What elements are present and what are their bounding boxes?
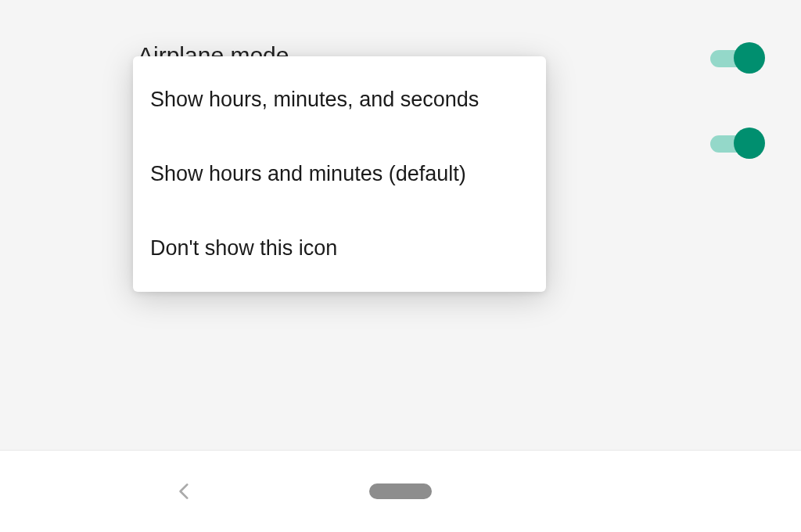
toggle-thumb: [734, 42, 765, 74]
airplane-mode-switch-wrap: [710, 0, 763, 74]
option-hours-minutes-default[interactable]: Show hours and minutes (default): [133, 138, 546, 210]
airplane-mode-toggle[interactable]: [710, 42, 763, 74]
back-button[interactable]: [171, 477, 199, 505]
option-hours-minutes-seconds[interactable]: Show hours, minutes, and seconds: [133, 64, 546, 135]
toggle-thumb: [734, 128, 765, 159]
second-toggle[interactable]: [710, 128, 763, 159]
home-pill[interactable]: [369, 483, 432, 499]
time-options-menu: Show hours, minutes, and seconds Show ho…: [133, 56, 546, 292]
chevron-left-icon: [174, 481, 195, 501]
option-dont-show-icon[interactable]: Don't show this icon: [133, 213, 546, 284]
navigation-bar: [0, 450, 801, 532]
